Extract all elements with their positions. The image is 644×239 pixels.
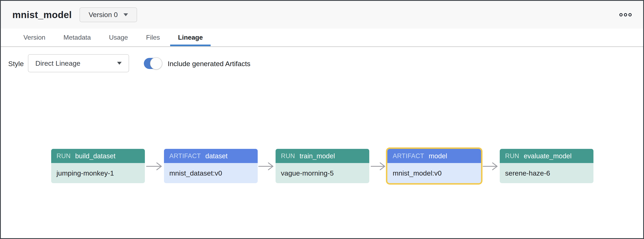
page-header: mnist_model Version 0: [1, 1, 643, 28]
lineage-node-evaluate-model[interactable]: RUN evaluate_model serene-haze-6: [500, 149, 594, 183]
node-name: train_model: [300, 152, 335, 160]
chevron-down-icon: [117, 62, 122, 65]
lineage-node-model-selected[interactable]: ARTIFACT model mnist_model:v0: [387, 149, 481, 183]
lineage-arrow: [370, 162, 387, 171]
node-name: model: [429, 152, 447, 160]
lineage-arrow: [145, 162, 164, 171]
node-run-id: jumping-monkey-1: [51, 163, 145, 183]
tab-usage[interactable]: Usage: [109, 28, 128, 46]
tab-version[interactable]: Version: [24, 28, 46, 46]
node-header: RUN train_model: [276, 149, 369, 163]
node-artifact-version: mnist_model:v0: [387, 163, 481, 183]
lineage-node-build-dataset[interactable]: RUN build_dataset jumping-monkey-1: [51, 149, 145, 183]
include-artifacts-toggle[interactable]: [144, 58, 162, 69]
node-name: build_dataset: [75, 152, 116, 160]
node-header: RUN evaluate_model: [500, 149, 594, 163]
toggle-knob: [150, 57, 162, 70]
lineage-arrow: [257, 162, 275, 171]
lineage-node-dataset[interactable]: ARTIFACT dataset mnist_dataset:v0: [164, 149, 258, 183]
lineage-arrow: [482, 162, 500, 171]
tab-metadata[interactable]: Metadata: [64, 28, 91, 46]
overflow-menu-button[interactable]: [617, 11, 634, 18]
tab-lineage[interactable]: Lineage: [178, 28, 203, 46]
node-header: ARTIFACT model: [387, 149, 481, 163]
artifact-page: mnist_model Version 0 Version Metadata U…: [0, 0, 644, 239]
node-header: RUN build_dataset: [51, 149, 145, 163]
lineage-graph: RUN build_dataset jumping-monkey-1 ARTIF…: [1, 73, 643, 238]
style-select-value: Direct Lineage: [35, 59, 80, 67]
overflow-dot-icon: [628, 13, 632, 16]
page-title: mnist_model: [12, 9, 72, 20]
version-dropdown-button[interactable]: Version 0: [80, 7, 137, 22]
style-select[interactable]: Direct Lineage: [28, 54, 129, 72]
chevron-down-icon: [124, 13, 128, 16]
overflow-dot-icon: [619, 13, 623, 16]
node-artifact-version: mnist_dataset:v0: [164, 163, 258, 183]
version-dropdown-label: Version 0: [88, 11, 118, 19]
node-type-label: ARTIFACT: [169, 152, 201, 160]
node-name: dataset: [205, 152, 228, 160]
include-artifacts-label: Include generated Artifacts: [168, 60, 250, 68]
node-name: evaluate_model: [524, 152, 572, 160]
tab-bar: Version Metadata Usage Files Lineage: [1, 28, 643, 47]
node-type-label: RUN: [505, 152, 519, 160]
overflow-dot-icon: [624, 13, 627, 16]
lineage-node-train-model[interactable]: RUN train_model vague-morning-5: [276, 149, 369, 183]
style-label: Style: [8, 60, 24, 68]
node-type-label: RUN: [281, 152, 295, 160]
node-header: ARTIFACT dataset: [164, 149, 258, 163]
node-run-id: serene-haze-6: [500, 163, 594, 183]
node-run-id: vague-morning-5: [276, 163, 369, 183]
tab-files[interactable]: Files: [146, 28, 160, 46]
node-type-label: ARTIFACT: [393, 152, 424, 160]
node-type-label: RUN: [56, 152, 71, 160]
